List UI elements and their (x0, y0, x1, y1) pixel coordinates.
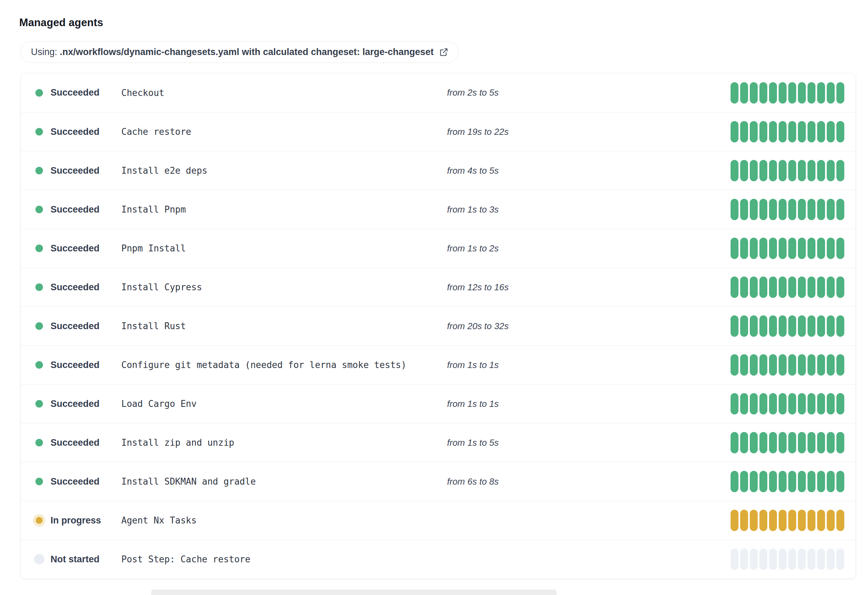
progress-bar-segment (827, 510, 835, 531)
agent-duration: from 6s to 8s (447, 477, 731, 487)
agent-duration: from 1s to 3s (447, 204, 731, 215)
agent-row[interactable]: Succeeded Install e2e deps from 4s to 5s (21, 151, 856, 190)
progress-bar-segment (740, 82, 748, 104)
status-dot-icon (33, 398, 45, 410)
agent-status: Succeeded (33, 87, 121, 99)
progress-bar-segment (807, 510, 815, 531)
agent-row[interactable]: Succeeded Configure git metadata (needed… (21, 345, 856, 384)
progress-bar-segment (750, 277, 758, 298)
progress-bar-segment (807, 549, 815, 570)
progress-bar-segment (798, 315, 806, 337)
agent-row[interactable]: Succeeded Install Cypress from 12s to 16… (21, 268, 856, 306)
progress-bar-segment (798, 277, 806, 298)
progress-bar-segment (827, 549, 835, 570)
agent-row[interactable]: Succeeded Install Rust from 20s to 32s (21, 306, 856, 345)
progress-bar-segment (750, 160, 758, 181)
progress-bar-segment (817, 121, 825, 142)
agent-row[interactable]: Succeeded Load Cargo Env from 1s to 1s (21, 384, 856, 423)
progress-bar-segment (807, 393, 815, 414)
agent-progress-bars (731, 160, 844, 181)
progress-bar-segment (788, 471, 796, 492)
agent-duration: from 19s to 22s (447, 127, 731, 137)
progress-bar-segment (817, 432, 825, 453)
progress-bar-segment (827, 82, 835, 104)
progress-bar-segment (827, 277, 835, 298)
progress-bar-segment (798, 160, 806, 181)
progress-bar-segment (807, 471, 815, 492)
progress-bar-segment (807, 160, 815, 181)
progress-bar-segment (798, 510, 806, 531)
status-dot-icon (33, 281, 45, 293)
progress-bar-segment (807, 432, 815, 453)
agent-row[interactable]: Succeeded Cache restore from 19s to 22s (21, 112, 856, 151)
progress-bar-segment (798, 549, 806, 570)
progress-bar-segment (788, 315, 796, 337)
progress-bar-segment (769, 82, 777, 104)
progress-bar-segment (769, 354, 777, 376)
status-label: Succeeded (50, 321, 100, 332)
progress-bar-segment (740, 277, 748, 298)
workflow-banner[interactable]: Using: .nx/workflows/dynamic-changesets.… (20, 41, 458, 63)
progress-bar-segment (759, 121, 767, 142)
progress-bar-segment (750, 549, 758, 570)
agent-row[interactable]: Succeeded Pnpm Install from 1s to 2s (21, 229, 856, 268)
external-link-icon[interactable] (439, 47, 449, 57)
agent-progress-bars (731, 510, 844, 531)
agent-step-name: Load Cargo Env (121, 399, 447, 409)
progress-bar-segment (827, 354, 835, 376)
progress-bar-segment (740, 121, 748, 142)
agent-row[interactable]: Succeeded Install zip and unzip from 1s … (21, 423, 856, 462)
status-dot-icon (33, 203, 45, 216)
agent-step-name: Install Cypress (121, 282, 447, 292)
status-label: In progress (50, 515, 101, 526)
agent-progress-bars (731, 238, 844, 259)
progress-bar-segment (836, 315, 844, 337)
progress-bar-segment (798, 121, 806, 142)
progress-bar-segment (807, 315, 815, 337)
progress-bar-segment (769, 199, 777, 220)
progress-bar-segment (827, 432, 835, 453)
status-label: Succeeded (50, 87, 100, 98)
status-dot-icon (33, 475, 45, 488)
progress-bar-segment (731, 354, 738, 376)
agent-row[interactable]: Succeeded Install Pnpm from 1s to 3s (21, 190, 856, 229)
agent-step-name: Post Step: Cache restore (121, 554, 447, 564)
progress-bar-segment (740, 238, 748, 259)
workflow-banner-text: Using: .nx/workflows/dynamic-changesets.… (31, 47, 434, 58)
progress-bar-segment (827, 393, 835, 414)
progress-bar-segment (750, 432, 758, 453)
progress-bar-segment (807, 121, 815, 142)
progress-bar-segment (769, 432, 777, 453)
agent-duration: from 1s to 1s (447, 360, 731, 370)
status-label: Succeeded (50, 282, 100, 293)
progress-bar-segment (817, 277, 825, 298)
progress-bar-segment (759, 354, 767, 376)
progress-bar-segment (817, 510, 825, 531)
progress-bar-segment (798, 82, 806, 104)
progress-bar-segment (779, 432, 787, 453)
agent-row[interactable]: Succeeded Checkout from 2s to 5s (21, 73, 856, 112)
agent-row[interactable]: Not started Post Step: Cache restore (21, 540, 856, 579)
agent-progress-bars (731, 199, 844, 220)
progress-bar-segment (731, 82, 738, 104)
agent-status: Succeeded (33, 242, 121, 255)
agent-duration: from 1s to 5s (447, 438, 731, 448)
progress-bar-segment (759, 471, 767, 492)
progress-bar-segment (836, 432, 844, 453)
status-label: Succeeded (50, 399, 100, 409)
progress-bar-segment (769, 471, 777, 492)
agent-status: Not started (33, 553, 121, 565)
progress-bar-segment (740, 432, 748, 453)
progress-bar-segment (769, 510, 777, 531)
progress-bar-segment (740, 315, 748, 337)
progress-bar-segment (817, 393, 825, 414)
progress-bar-segment (817, 549, 825, 570)
agent-status: Succeeded (33, 126, 121, 138)
progress-bar-segment (779, 277, 787, 298)
progress-bar-segment (740, 160, 748, 181)
agent-row[interactable]: In progress Agent Nx Tasks (21, 501, 856, 540)
progress-bar-segment (740, 510, 748, 531)
agent-row[interactable]: Succeeded Install SDKMAN and gradle from… (21, 462, 856, 501)
progress-bar-segment (779, 121, 787, 142)
progress-bar-segment (779, 471, 787, 492)
